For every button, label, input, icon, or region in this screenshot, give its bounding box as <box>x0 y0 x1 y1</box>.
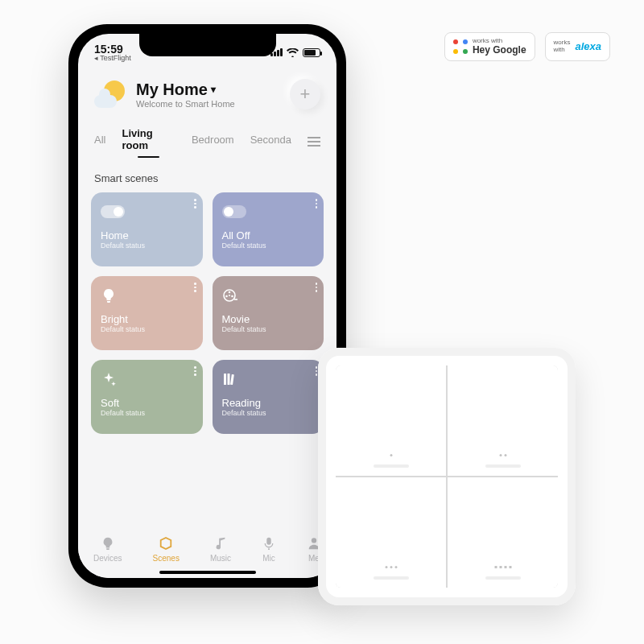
google-assistant-icon <box>453 39 468 54</box>
switch-button-3[interactable] <box>336 477 446 588</box>
switch-button-4[interactable] <box>448 477 558 588</box>
toggle-off-icon <box>222 205 246 218</box>
badge-google: works with Hey Google <box>444 32 535 61</box>
scene-more-icon[interactable] <box>316 283 318 292</box>
scene-name: Soft <box>101 397 193 409</box>
wifi-icon <box>287 48 299 57</box>
scene-status: Default status <box>101 409 193 417</box>
nav-label: Scenes <box>153 554 180 563</box>
switch-dots-icon <box>499 454 506 456</box>
svg-point-9 <box>312 538 316 543</box>
nav-music[interactable]: Music <box>210 535 231 563</box>
toggle-on-icon <box>101 205 125 218</box>
phone-notch <box>139 34 276 56</box>
switch-indicator <box>374 464 409 468</box>
svg-rect-6 <box>227 374 229 385</box>
home-header: My Home ▾ Welcome to Smart Home + <box>78 66 336 116</box>
badge-alexa: works with alexa <box>545 32 610 61</box>
scene-status: Default status <box>101 242 193 250</box>
scene-bright[interactable]: Bright Default status <box>91 276 203 350</box>
wall-switch-device <box>318 348 576 605</box>
scene-status: Default status <box>101 325 193 333</box>
scene-grid: Home Default status All Off Default stat… <box>78 192 336 434</box>
tab-secondary[interactable]: Seconda <box>250 134 291 152</box>
badge-google-big: Hey Google <box>473 44 526 56</box>
scene-more-icon[interactable] <box>194 366 196 376</box>
scene-home[interactable]: Home Default status <box>91 192 203 266</box>
scene-more-icon[interactable] <box>194 199 196 208</box>
tab-living-room[interactable]: Living room <box>122 127 175 158</box>
scene-status: Default status <box>222 325 315 333</box>
scene-status: Default status <box>222 409 315 417</box>
scene-name: Movie <box>222 313 315 325</box>
scene-more-icon[interactable] <box>194 283 196 292</box>
scene-soft[interactable]: Soft Default status <box>91 360 203 434</box>
nav-scenes[interactable]: Scenes <box>153 535 180 563</box>
switch-dots-icon <box>390 454 392 456</box>
alexa-logo: alexa <box>575 40 601 52</box>
switch-button-2[interactable] <box>448 365 558 476</box>
nav-label: Mic <box>262 554 275 563</box>
home-indicator[interactable] <box>159 571 256 574</box>
scene-more-icon[interactable] <box>316 366 318 376</box>
nav-mic[interactable]: Mic <box>262 535 276 563</box>
books-icon <box>222 368 315 390</box>
switch-grid <box>336 365 558 588</box>
switch-indicator <box>374 576 409 580</box>
home-title-text: My Home <box>136 80 208 99</box>
chevron-down-icon: ▾ <box>211 84 216 95</box>
room-tabs: All Living room Bedroom Seconda <box>78 116 336 158</box>
section-title: Smart scenes <box>78 158 336 192</box>
status-back-app[interactable]: ◂ TestFlight <box>94 55 131 62</box>
scene-all-off[interactable]: All Off Default status <box>213 192 324 266</box>
scene-movie[interactable]: Movie Default status <box>213 276 324 350</box>
bulb-icon <box>101 284 193 307</box>
mic-icon <box>262 535 276 551</box>
cube-icon <box>159 535 173 551</box>
nav-label: Devices <box>93 554 122 563</box>
sparkle-icon <box>101 368 193 390</box>
film-reel-icon <box>222 284 315 307</box>
add-button[interactable]: + <box>290 79 320 109</box>
switch-indicator <box>485 576 521 580</box>
tab-all[interactable]: All <box>94 134 105 152</box>
scene-status: Default status <box>222 242 315 250</box>
home-title-dropdown[interactable]: My Home ▾ <box>136 80 290 99</box>
home-subtitle: Welcome to Smart Home <box>136 99 290 109</box>
nav-label: Music <box>210 554 231 563</box>
tab-bedroom[interactable]: Bedroom <box>192 134 234 152</box>
bulb-icon <box>101 535 115 551</box>
nav-devices[interactable]: Devices <box>93 535 122 563</box>
switch-button-1[interactable] <box>336 365 446 476</box>
music-note-icon <box>213 535 228 551</box>
phone-screen: 15:59 ◂ TestFlight My Home ▾ Welcome <box>78 34 336 578</box>
svg-rect-5 <box>224 374 226 385</box>
battery-icon <box>303 48 320 57</box>
scene-name: Bright <box>101 313 193 325</box>
svg-rect-7 <box>230 374 234 385</box>
svg-point-2 <box>225 295 228 298</box>
svg-point-4 <box>229 295 230 296</box>
svg-rect-8 <box>266 538 270 545</box>
scene-name: All Off <box>222 229 315 242</box>
scene-more-icon[interactable] <box>316 199 318 208</box>
switch-indicator <box>485 464 521 468</box>
status-time: 15:59 <box>94 43 131 55</box>
compatibility-badges: works with Hey Google works with alexa <box>444 32 610 61</box>
phone-frame: 15:59 ◂ TestFlight My Home ▾ Welcome <box>68 24 346 588</box>
scene-reading[interactable]: Reading Default status <box>213 360 324 434</box>
badge-alexa-small: works with <box>554 39 571 54</box>
svg-point-1 <box>228 291 230 294</box>
tabs-menu-icon[interactable] <box>308 137 320 149</box>
scene-name: Home <box>101 229 193 242</box>
weather-icon <box>94 77 128 111</box>
svg-point-3 <box>231 295 233 298</box>
switch-dots-icon <box>385 566 397 568</box>
scene-name: Reading <box>222 397 315 409</box>
switch-dots-icon <box>494 566 511 568</box>
